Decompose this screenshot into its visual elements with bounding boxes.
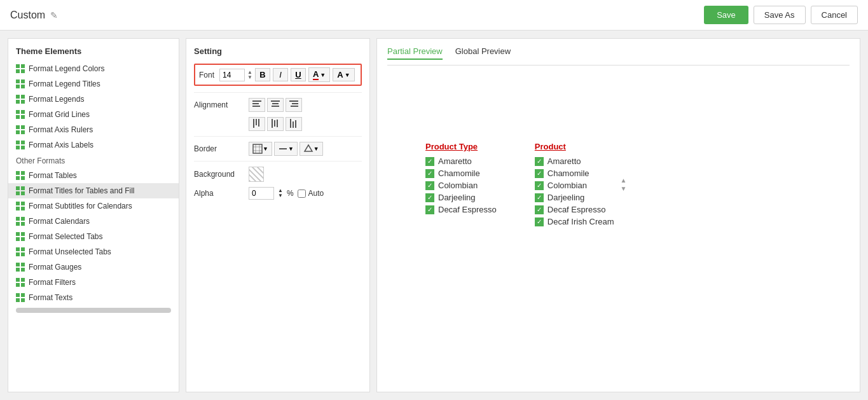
sidebar-item-label: Format Subtitles for Calendars [29,202,132,210]
sidebar-item-legend-colors[interactable]: Format Legend Colors [8,61,179,76]
tab-partial-preview[interactable]: Partial Preview [387,46,443,60]
save-button[interactable]: Save [704,6,748,24]
svg-rect-26 [16,176,20,180]
svg-rect-16 [16,125,20,129]
sidebar-item-label: Format Gauges [29,263,81,272]
check-icon: ✓ [425,169,434,178]
bold-button[interactable]: B [255,68,270,81]
svg-rect-6 [16,85,20,88]
sidebar-item-unselected-tabs[interactable]: Format Unselected Tabs [8,244,179,259]
valign-bottom-button[interactable] [286,117,302,131]
font-color-button[interactable]: A ▼ [308,67,330,82]
align-right-button[interactable] [286,98,302,112]
svg-rect-23 [21,146,25,149]
font-highlight-dropdown[interactable]: ▼ [345,72,350,78]
grid-icon [16,171,25,180]
grid-icon [16,125,25,134]
sidebar-item-tables[interactable]: Format Tables [8,168,179,183]
sidebar-item-gauges[interactable]: Format Gauges [8,259,179,275]
alpha-down-arrow[interactable]: ▼ [278,193,283,198]
header-buttons: Save Save As Cancel [704,6,858,24]
border-color-button[interactable]: ▼ [300,142,323,156]
scroll-arrows[interactable]: ▲ ▼ [621,177,627,192]
grid-icon [16,293,25,302]
border-row: Border ▼ ▼ ▼ [194,142,362,156]
valign-middle-button[interactable] [267,117,284,131]
svg-rect-60 [252,100,261,102]
scroll-down-arrow[interactable]: ▼ [621,185,627,192]
sidebar-item-axis-rulers[interactable]: Format Axis Rulers [8,122,179,137]
scroll-up-arrow[interactable]: ▲ [621,177,627,184]
filter-item: ✓ Colombian [535,181,614,190]
svg-rect-8 [16,95,20,99]
alpha-input[interactable] [249,187,274,200]
svg-rect-42 [16,237,20,241]
tab-global-preview[interactable]: Global Preview [455,46,511,60]
auto-checkbox[interactable] [298,190,306,198]
align-center-button[interactable] [267,98,284,112]
sidebar-item-axis-labels[interactable]: Format Axis Labels [8,137,179,153]
svg-rect-19 [21,130,25,134]
grid-icon [16,186,25,195]
cancel-button[interactable]: Cancel [811,6,858,24]
sidebar-item-filters[interactable]: Format Filters [8,275,179,290]
border-color-dropdown[interactable]: ▼ [313,146,319,152]
background-swatch[interactable] [249,167,264,182]
svg-rect-48 [16,263,20,266]
sidebar-item-legends[interactable]: Format Legends [8,92,179,107]
save-as-button[interactable]: Save As [754,6,806,24]
border-line-dropdown[interactable]: ▼ [288,146,294,152]
filter-label: Amaretto [438,156,472,166]
sidebar-item-subtitles-calendars[interactable]: Format Subtitles for Calendars [8,198,179,214]
filter-item: ✓ Darjeeling [535,193,614,202]
alignment-label: Alignment [194,100,245,109]
sidebar-item-legend-titles[interactable]: Format Legend Titles [8,76,179,92]
border-style-button[interactable]: ▼ [249,142,272,156]
font-size-input[interactable] [219,69,245,81]
svg-rect-2 [16,69,20,73]
svg-rect-70 [256,119,257,125]
filter-item: ✓ Decaf Irish Cream [535,217,614,226]
background-label: Background [194,170,245,179]
filter-label: Decaf Espresso [548,205,606,214]
svg-rect-78 [253,144,262,153]
sidebar-item-texts[interactable]: Format Texts [8,290,179,305]
font-highlight-button[interactable]: A ▼ [333,68,354,81]
svg-rect-64 [272,103,279,104]
svg-rect-40 [16,232,20,236]
setting-title: Setting [194,46,362,56]
svg-rect-52 [16,278,20,282]
border-line-button[interactable]: ▼ [274,142,298,156]
underline-button[interactable]: U [291,68,306,81]
valign-top-button[interactable] [249,117,265,131]
check-icon: ✓ [535,205,544,214]
svg-rect-36 [16,217,20,221]
edit-icon[interactable]: ✎ [50,10,58,20]
font-size-down-arrow[interactable]: ▼ [247,75,252,80]
sidebar-item-calendars[interactable]: Format Calendars [8,214,179,229]
alpha-arrows[interactable]: ▲ ▼ [278,188,283,198]
svg-rect-14 [16,115,20,119]
align-left-button[interactable] [249,98,265,112]
svg-rect-41 [21,232,25,236]
svg-rect-30 [16,191,20,195]
svg-rect-25 [21,171,25,175]
scrollbar-thumb[interactable] [16,308,171,313]
sidebar-item-selected-tabs[interactable]: Format Selected Tabs [8,229,179,244]
sidebar-item-titles-tables-fill[interactable]: Format Titles for Tables and Fill [8,183,179,198]
check-icon: ✓ [425,181,434,190]
check-icon: ✓ [425,157,434,166]
svg-rect-24 [16,171,20,175]
alignment-row: Alignment [194,98,362,112]
preview-col2-container: Product ✓ Amaretto ✓ Chamomile ✓ Colombi… [535,142,614,226]
svg-rect-15 [21,115,25,119]
font-size-arrows[interactable]: ▲ ▼ [247,70,252,80]
svg-rect-50 [16,268,20,272]
auto-label[interactable]: Auto [298,189,324,198]
sidebar-item-grid-lines[interactable]: Format Grid Lines [8,107,179,122]
background-row: Background [194,167,362,182]
border-dropdown-arrow[interactable]: ▼ [263,146,268,152]
font-color-dropdown[interactable]: ▼ [320,72,326,78]
preview-col2: Product ✓ Amaretto ✓ Chamomile ✓ Colombi… [535,142,614,226]
italic-button[interactable]: I [273,68,288,81]
